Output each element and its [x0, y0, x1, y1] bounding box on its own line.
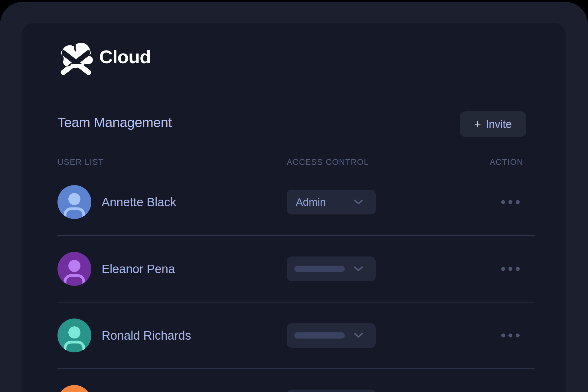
table-row: Eleanor Pena — [57, 235, 535, 302]
brand-logo: Cloud — [57, 38, 151, 75]
user-cell: Annette Black — [57, 185, 176, 219]
column-header-action: ACTION — [490, 158, 523, 167]
user-name: Eleanor Pena — [102, 262, 175, 276]
avatar — [57, 252, 91, 286]
table-row: Ronald Richards — [57, 302, 535, 368]
table-header-row: USER LIST ACCESS CONTROL ACTION — [57, 158, 535, 168]
user-name: Ronald Richards — [102, 329, 191, 342]
dot — [508, 200, 512, 204]
avatar — [57, 318, 91, 352]
person-icon — [57, 385, 91, 392]
dot — [508, 267, 512, 271]
chevron-down-icon — [354, 266, 363, 272]
dot — [516, 200, 520, 204]
role-dropdown[interactable] — [287, 256, 376, 281]
divider — [57, 95, 535, 95]
row-actions-menu-icon[interactable] — [501, 334, 520, 338]
dot — [501, 200, 505, 204]
table-row: Annette Black Admin — [57, 169, 535, 235]
avatar — [57, 185, 91, 219]
column-header-access-control: ACCESS CONTROL — [287, 158, 369, 167]
person-icon — [57, 318, 91, 352]
dot — [516, 267, 520, 271]
loading-skeleton — [294, 266, 345, 272]
cloud-x-logo-icon — [57, 38, 94, 75]
invite-button[interactable]: + Invite — [460, 111, 526, 137]
user-name: Annette Black — [102, 195, 176, 209]
chevron-down-icon — [354, 199, 363, 205]
chevron-down-icon — [354, 333, 363, 338]
role-dropdown[interactable] — [287, 390, 376, 392]
plus-icon: + — [474, 118, 481, 131]
role-dropdown[interactable] — [287, 323, 376, 348]
dot — [508, 334, 512, 338]
loading-skeleton — [294, 332, 345, 339]
row-actions-menu-icon[interactable] — [501, 267, 520, 271]
invite-button-label: Invite — [486, 118, 512, 131]
person-icon — [57, 252, 91, 286]
avatar — [57, 385, 91, 392]
user-cell: Ronald Richards — [57, 318, 191, 352]
app-window: Cloud Team Management + Invite USER LIST… — [0, 2, 588, 392]
role-dropdown[interactable]: Admin — [287, 190, 376, 214]
person-icon — [57, 185, 91, 219]
page-title: Team Management — [57, 115, 172, 130]
brand-name: Cloud — [99, 46, 151, 67]
dot — [501, 267, 505, 271]
dot — [516, 334, 520, 338]
table-row — [57, 368, 535, 392]
user-cell — [57, 385, 102, 392]
user-cell: Eleanor Pena — [57, 252, 175, 286]
role-dropdown-value: Admin — [296, 196, 326, 208]
column-header-user-list: USER LIST — [57, 158, 104, 167]
dot — [501, 334, 505, 338]
team-management-panel: Cloud Team Management + Invite USER LIST… — [22, 23, 566, 392]
row-actions-menu-icon[interactable] — [501, 200, 520, 204]
